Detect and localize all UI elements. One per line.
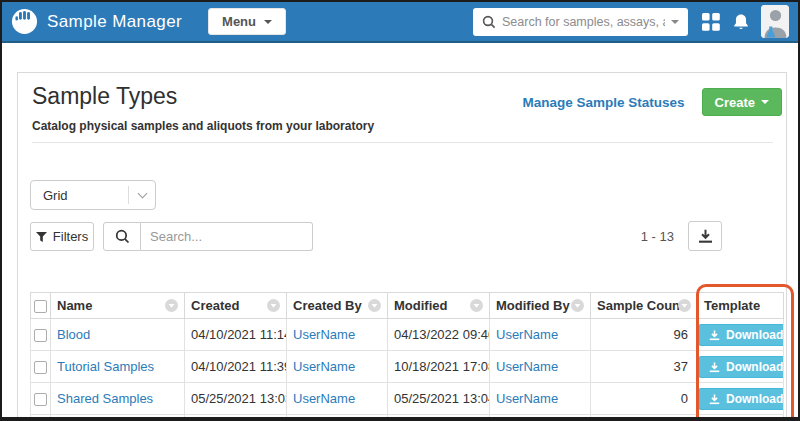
sort-icon[interactable] (470, 299, 483, 312)
create-button-label: Create (715, 95, 755, 110)
created-cell: 04/10/2021 11:14 (185, 319, 287, 351)
modified-cell: 05/25/2021 13:04 (388, 383, 490, 415)
sample-count-cell: 37 (591, 351, 698, 383)
sort-icon[interactable] (267, 299, 280, 312)
modified-cell: 10/18/2021 17:08 (388, 351, 490, 383)
column-header-modified-by[interactable]: Modified By (490, 293, 591, 319)
column-header-modified[interactable]: Modified (388, 293, 490, 319)
export-download-icon (698, 229, 713, 244)
download-icon (709, 362, 720, 373)
grid-toolbar: Filters 1 - 13 (30, 222, 774, 252)
grid-body: Blood04/10/2021 11:14UserName04/13/2022 … (31, 319, 784, 421)
search-icon (482, 15, 496, 29)
column-label: Modified (394, 298, 447, 313)
top-nav: Sample Manager Menu (2, 2, 798, 43)
download-icon (709, 330, 720, 341)
column-label: Modified By (496, 298, 570, 313)
pagination-label: 1 - 13 (641, 229, 674, 244)
column-label: Created By (293, 298, 362, 313)
download-template-button[interactable]: Download (698, 324, 784, 346)
column-label: Template (704, 298, 760, 313)
create-button[interactable]: Create (702, 88, 782, 116)
section-divider (32, 142, 773, 143)
sort-icon[interactable] (165, 299, 178, 312)
view-mode-select[interactable]: Grid (30, 180, 156, 210)
filters-button[interactable]: Filters (30, 222, 94, 251)
name-link[interactable]: Shared Samples (57, 391, 153, 406)
view-mode-value: Grid (31, 188, 128, 203)
modified-by-link[interactable]: UserName (496, 391, 558, 406)
select-all-header[interactable] (31, 293, 51, 319)
app-logo-icon[interactable] (11, 8, 38, 35)
page-subtitle: Catalog physical samples and aliquots fr… (32, 119, 374, 133)
sort-icon[interactable] (678, 299, 691, 312)
created-by-link[interactable]: UserName (293, 327, 355, 342)
table-row: Tutorial Samples04/10/2021 11:39UserName… (31, 351, 784, 383)
download-button-label: Download (726, 360, 783, 374)
row-checkbox[interactable] (34, 361, 47, 374)
user-avatar[interactable] (761, 5, 789, 38)
filters-button-label: Filters (53, 229, 88, 244)
modified-by-link[interactable]: UserName (496, 327, 558, 342)
column-header-template[interactable]: Template (698, 293, 784, 319)
column-label: Sample Count (597, 298, 684, 313)
table-row: Blood04/10/2021 11:14UserName04/13/2022 … (31, 319, 784, 351)
global-search-input[interactable] (502, 15, 665, 29)
download-button-label: Download (726, 328, 783, 342)
column-header-created[interactable]: Created (185, 293, 287, 319)
row-checkbox[interactable] (34, 393, 47, 406)
name-link[interactable]: Blood (57, 327, 90, 342)
sample-count-cell: 96 (591, 319, 698, 351)
chevron-down-icon (128, 186, 155, 204)
grid-header-row: NameCreatedCreated ByModifiedModified By… (31, 293, 784, 319)
search-scope-caret-icon[interactable] (671, 20, 679, 24)
download-icon (709, 394, 720, 405)
created-by-link[interactable]: UserName (293, 391, 355, 406)
content-card: Sample Types Catalog physical samples an… (17, 72, 787, 421)
created-cell: 05/25/2021 13:03 (185, 383, 287, 415)
grid-search (103, 222, 313, 251)
sample-types-table: NameCreatedCreated ByModifiedModified By… (30, 292, 784, 421)
column-header-sample-count[interactable]: Sample Count (591, 293, 698, 319)
column-header-name[interactable]: Name (51, 293, 185, 319)
page-title: Sample Types (32, 83, 177, 110)
column-label: Created (191, 298, 239, 313)
filter-funnel-icon (36, 232, 47, 242)
app-window: Sample Manager Menu (0, 0, 800, 421)
global-search (473, 8, 688, 36)
modified-cell: 04/13/2022 09:40 (388, 319, 490, 351)
menu-button[interactable]: Menu (208, 8, 286, 35)
menu-button-label: Menu (222, 14, 256, 29)
select-all-checkbox[interactable] (34, 300, 47, 313)
sort-icon[interactable] (571, 299, 584, 312)
download-template-button[interactable]: Download (698, 388, 784, 410)
toolbar-right: 1 - 13 (641, 221, 722, 251)
created-by-link[interactable]: UserName (293, 359, 355, 374)
search-icon[interactable] (103, 222, 141, 251)
column-label: Name (57, 298, 92, 313)
download-button-label: Download (726, 392, 783, 406)
grid-search-input[interactable] (141, 222, 313, 251)
manage-sample-statuses-link[interactable]: Manage Sample Statuses (522, 95, 684, 110)
table-row-partial: Download (31, 415, 784, 421)
export-button[interactable] (688, 221, 722, 251)
app-title: Sample Manager (47, 12, 182, 32)
name-link[interactable]: Tutorial Samples (57, 359, 154, 374)
column-header-created-by[interactable]: Created By (287, 293, 388, 319)
table-row: Shared Samples05/25/2021 13:03UserName05… (31, 383, 784, 415)
created-cell: 04/10/2021 11:39 (185, 351, 287, 383)
chevron-down-icon (761, 100, 769, 104)
chevron-down-icon (264, 20, 272, 24)
row-checkbox[interactable] (34, 329, 47, 342)
page-actions: Manage Sample Statuses Create (522, 88, 782, 116)
sort-icon[interactable] (368, 299, 381, 312)
modified-by-link[interactable]: UserName (496, 359, 558, 374)
download-template-button[interactable]: Download (698, 356, 784, 378)
apps-grid-icon[interactable] (702, 13, 720, 31)
sample-count-cell: 0 (591, 383, 698, 415)
notifications-bell-icon[interactable] (732, 13, 750, 31)
